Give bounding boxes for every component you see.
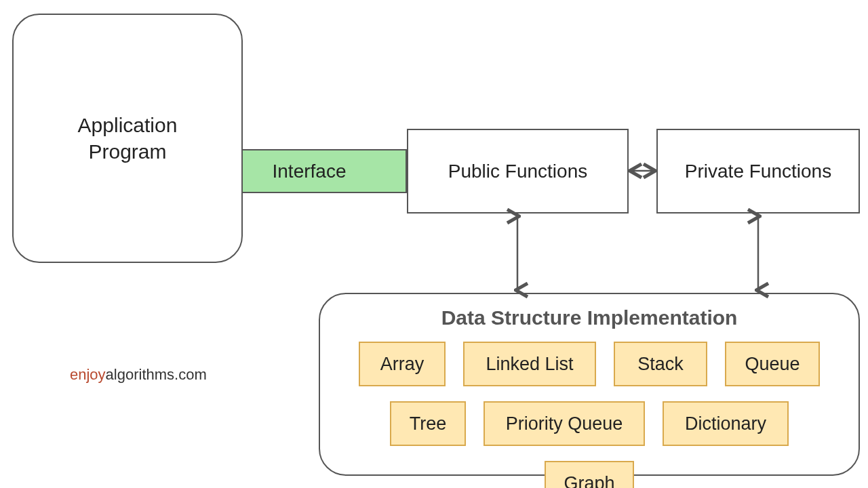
credit-suffix: .com [174,366,207,383]
interface-label: Interface [273,161,347,182]
public-functions-box: Public Functions [407,129,629,214]
ds-dictionary: Dictionary [663,401,789,446]
ds-tree: Tree [390,401,466,446]
credit-brand1: enjoy [70,366,106,383]
public-functions-label: Public Functions [448,161,587,182]
application-program-box: Application Program [12,14,243,263]
private-functions-label: Private Functions [685,161,831,182]
ds-queue: Queue [725,342,820,386]
data-structure-impl-box: Data Structure Implementation Array Link… [319,293,860,476]
ds-stack: Stack [614,342,707,386]
arrow-public-private [629,163,656,179]
impl-title: Data Structure Implementation [338,306,841,329]
credit-brand2: algorithms [106,366,174,383]
ds-priority-queue: Priority Queue [484,401,645,446]
ds-array: Array [359,342,446,386]
arrow-private-impl [750,214,766,293]
credit-text: enjoyalgorithms.com [70,366,207,384]
ds-grid: Array Linked List Stack Queue Tree Prior… [338,342,841,488]
ds-linked-list: Linked List [463,342,596,386]
arrow-public-impl [509,214,526,293]
ds-graph: Graph [545,461,634,488]
application-program-label: Application Program [78,112,178,165]
private-functions-box: Private Functions [656,129,860,214]
